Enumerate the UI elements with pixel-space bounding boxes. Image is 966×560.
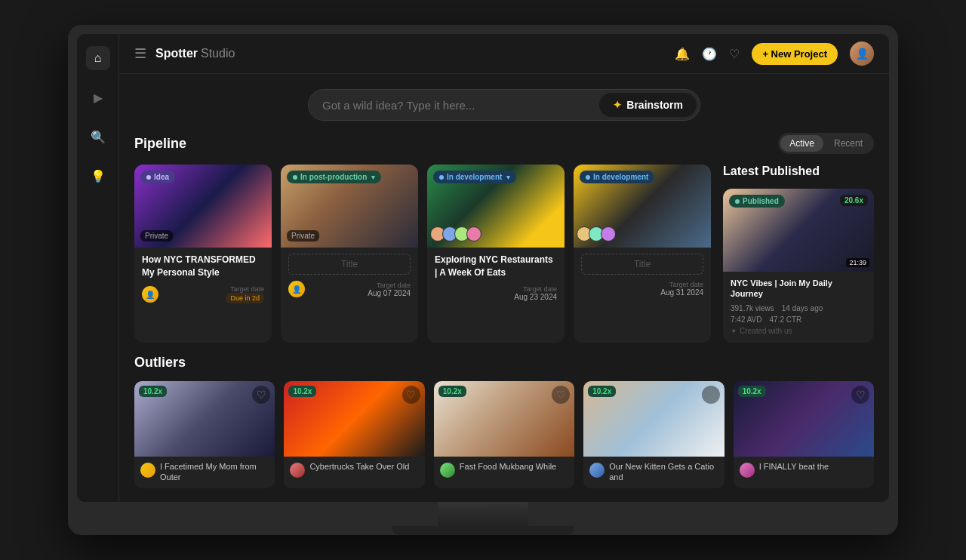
badge-dot bbox=[146, 175, 151, 180]
team-avatar bbox=[601, 226, 616, 242]
latest-published: Latest Published Published 20.6x 21:3 bbox=[723, 165, 874, 343]
outlier-body-2: Cybertrucks Take Over Old bbox=[284, 457, 424, 484]
sparkle-icon: ✦ bbox=[613, 99, 622, 111]
outlier-image-4: 10.2x ♡ bbox=[583, 381, 724, 457]
card-avatar-1: 👤 bbox=[142, 286, 158, 303]
card-footer-4: Target date Aug 31 2024 bbox=[581, 281, 703, 297]
badge-dot-4 bbox=[586, 175, 590, 180]
pipeline-cards: Idea Private How NYC TRANSFORMED My Pers… bbox=[134, 165, 711, 343]
sidebar-item-home[interactable]: ⌂ bbox=[86, 46, 110, 70]
outlier-image-2: 10.2x ♡ bbox=[284, 381, 424, 457]
latest-published-title: Latest Published bbox=[723, 165, 874, 178]
outlier-multiplier-3: 10.2x bbox=[438, 386, 466, 397]
pipeline-title: Pipeline bbox=[134, 136, 186, 152]
outlier-card-2[interactable]: 10.2x ♡ Cybertrucks Take Over Old bbox=[284, 381, 424, 489]
published-card[interactable]: Published 20.6x 21:39 NYC Vibes | Join M… bbox=[723, 189, 874, 343]
card-image-1: Idea Private bbox=[134, 165, 272, 248]
outlier-card-5[interactable]: 10.2x ♡ I FINALLY beat the bbox=[734, 381, 874, 489]
pub-duration: 21:39 bbox=[846, 258, 869, 267]
team-avatars-4 bbox=[580, 226, 616, 242]
pipeline-card-1[interactable]: Idea Private How NYC TRANSFORMED My Pers… bbox=[134, 165, 272, 343]
menu-icon[interactable]: ☰ bbox=[134, 45, 146, 62]
card-badge-3: In development ▾ bbox=[433, 171, 516, 183]
badge-dot-2 bbox=[293, 175, 297, 180]
card-footer-1: 👤 Target date Due in 2d bbox=[142, 285, 264, 303]
badge-dot-pub bbox=[735, 199, 740, 204]
target-date-2: Target date Aug 07 2024 bbox=[368, 282, 411, 297]
badge-dot-3 bbox=[439, 175, 444, 180]
outlier-multiplier-4: 10.2x bbox=[588, 386, 616, 397]
brainstorm-label: Brainstorm bbox=[626, 99, 683, 111]
toggle-recent[interactable]: Recent bbox=[825, 135, 872, 152]
pipeline-card-3[interactable]: In development ▾ bbox=[427, 165, 565, 343]
pub-status-badge: Published bbox=[729, 195, 785, 208]
outlier-avatar-1 bbox=[140, 463, 155, 478]
pipeline-layout: Idea Private How NYC TRANSFORMED My Pers… bbox=[134, 165, 874, 343]
outlier-card-4[interactable]: 10.2x ♡ Our New Kitten Gets a Catio and bbox=[583, 381, 724, 489]
pipeline-header: Pipeline Active Recent bbox=[134, 133, 874, 154]
pipeline-card-4[interactable]: In development bbox=[574, 165, 711, 343]
pub-metrics: 7:42 AVD 47.2 CTR bbox=[731, 315, 866, 324]
pipeline-section: Pipeline Active Recent bbox=[119, 133, 889, 355]
card-body-4: Title Target date Aug 31 2024 bbox=[574, 248, 711, 304]
team-avatars-3 bbox=[433, 226, 481, 242]
card-footer-2: 👤 Target date Aug 07 2024 bbox=[288, 281, 411, 297]
new-project-button[interactable]: + New Project bbox=[752, 43, 838, 65]
card-body-1: How NYC TRANSFORMED My Personal Style 👤 … bbox=[134, 248, 272, 311]
avatar[interactable]: 👤 bbox=[850, 42, 874, 66]
outlier-avatar-2 bbox=[290, 463, 305, 478]
outlier-heart-3[interactable]: ♡ bbox=[552, 386, 570, 404]
brand-spotter: Spotter bbox=[155, 47, 198, 60]
favorites-icon[interactable]: ♡ bbox=[729, 47, 740, 61]
sidebar: ⌂ ▶ 🔍 💡 bbox=[77, 34, 119, 502]
pipeline-card-2[interactable]: In post-production ▾ Private Title � bbox=[281, 165, 418, 343]
outlier-card-1[interactable]: 10.2x ♡ I Facetimed My Mom from Outer bbox=[134, 381, 275, 489]
outlier-body-4: Our New Kitten Gets a Catio and bbox=[583, 457, 724, 489]
outlier-heart-4[interactable]: ♡ bbox=[702, 386, 720, 404]
privacy-badge-1: Private bbox=[140, 230, 173, 242]
brand: Spotter Studio bbox=[155, 47, 235, 60]
target-date-3: Target date Aug 23 2024 bbox=[514, 285, 557, 301]
chevron-icon: ▾ bbox=[371, 174, 375, 181]
card-image-3: In development ▾ bbox=[427, 165, 565, 248]
outlier-multiplier-1: 10.2x bbox=[139, 386, 167, 397]
pub-body: NYC Vibes | Join My Daily Journey 391.7k… bbox=[723, 272, 874, 343]
outlier-title-5: I FINALLY beat the bbox=[759, 461, 829, 472]
toggle-active[interactable]: Active bbox=[780, 135, 823, 152]
sidebar-item-video[interactable]: ▶ bbox=[86, 85, 110, 109]
outlier-heart-2[interactable]: ♡ bbox=[402, 386, 420, 404]
outlier-title-4: Our New Kitten Gets a Catio and bbox=[609, 461, 718, 483]
target-date-4: Target date Aug 31 2024 bbox=[660, 281, 703, 297]
outlier-heart-5[interactable]: ♡ bbox=[851, 386, 869, 404]
outlier-body-3: Fast Food Mukbang While bbox=[434, 457, 574, 484]
outlier-image-5: 10.2x ♡ bbox=[734, 381, 874, 457]
main-content: ☰ Spotter Studio 🔔 🕐 ♡ + New Project 👤 bbox=[119, 34, 889, 502]
card-body-2: Title 👤 Target date Aug 07 2024 bbox=[281, 248, 418, 305]
pipeline-toggle: Active Recent bbox=[778, 133, 874, 154]
card-avatar-2: 👤 bbox=[288, 281, 305, 297]
target-date-1: Target date Due in 2d bbox=[226, 285, 264, 303]
outlier-title-3: Fast Food Mukbang While bbox=[460, 461, 556, 472]
history-icon[interactable]: 🕐 bbox=[702, 47, 717, 61]
card-badge-2: In post-production ▾ bbox=[287, 171, 381, 183]
outlier-avatar-5 bbox=[740, 463, 755, 478]
search-section: ✦ Brainstorm bbox=[119, 74, 889, 133]
outlier-title-2: Cybertrucks Take Over Old bbox=[309, 461, 409, 472]
outlier-card-3[interactable]: 10.2x ♡ Fast Food Mukbang While bbox=[434, 381, 574, 489]
search-input[interactable] bbox=[322, 99, 599, 112]
notifications-icon[interactable]: 🔔 bbox=[675, 47, 690, 61]
outlier-image-3: 10.2x ♡ bbox=[434, 381, 574, 457]
outlier-heart-1[interactable]: ♡ bbox=[252, 386, 270, 404]
card-badge-4: In development bbox=[580, 171, 654, 183]
card-image-2: In post-production ▾ Private bbox=[281, 165, 418, 248]
card-title-placeholder-2: Title bbox=[288, 254, 411, 275]
sidebar-item-search[interactable]: 🔍 bbox=[86, 125, 110, 149]
pub-created: ✦ Created with us bbox=[731, 327, 866, 335]
outlier-multiplier-2: 10.2x bbox=[288, 386, 316, 397]
brand-studio: Studio bbox=[201, 47, 235, 60]
sidebar-item-ideas[interactable]: 💡 bbox=[86, 164, 110, 188]
brainstorm-button[interactable]: ✦ Brainstorm bbox=[599, 93, 697, 117]
pub-multiplier: 20.6x bbox=[840, 195, 868, 206]
outlier-avatar-3 bbox=[440, 463, 455, 478]
card-title-3: Exploring NYC Restaurants | A Week Of Ea… bbox=[435, 254, 557, 279]
